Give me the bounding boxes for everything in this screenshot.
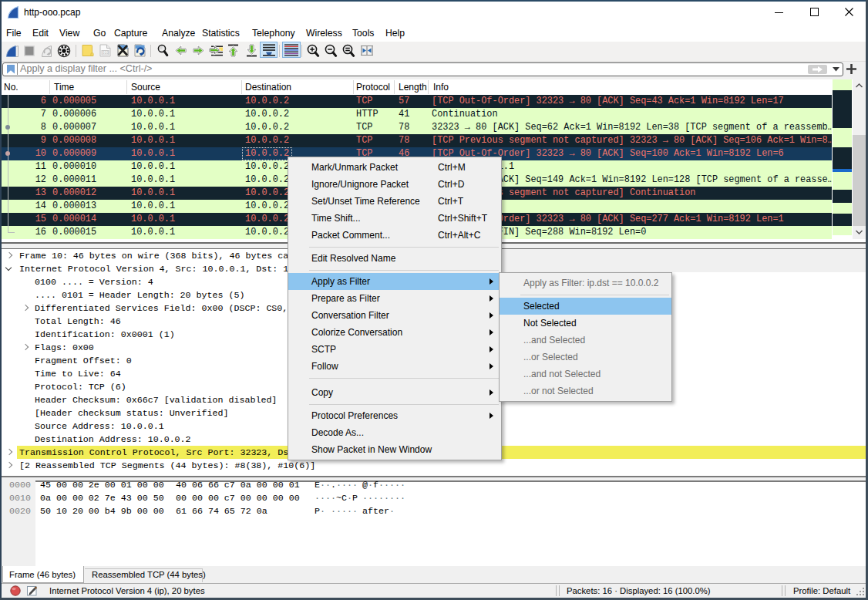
svg-text:010: 010 [103,51,109,55]
